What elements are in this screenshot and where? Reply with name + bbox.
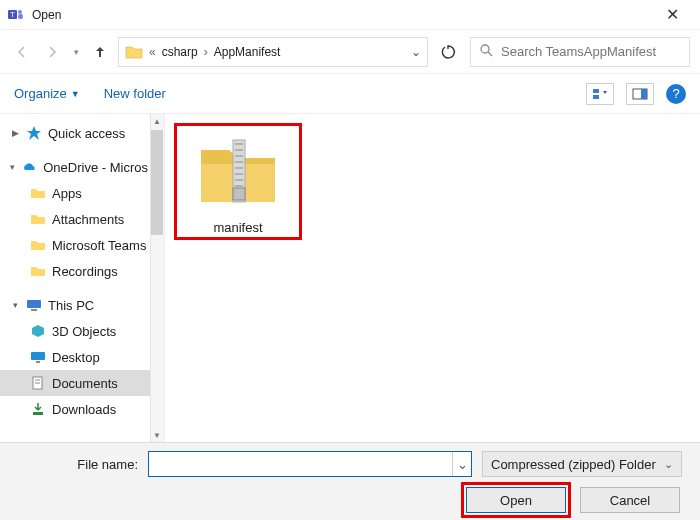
organize-menu[interactable]: Organize▼ [14, 86, 80, 101]
tree-item[interactable]: 3D Objects [0, 318, 164, 344]
tree-label: Downloads [52, 402, 116, 417]
filetype-label: Compressed (zipped) Folder [491, 457, 656, 472]
search-box[interactable] [470, 37, 690, 67]
close-button[interactable]: ✕ [652, 5, 692, 24]
up-button[interactable] [88, 40, 112, 64]
folder-icon [125, 43, 143, 61]
back-button[interactable] [10, 40, 34, 64]
zip-folder-icon [195, 128, 281, 214]
desktop-icon [30, 349, 46, 365]
folder-icon [30, 211, 46, 227]
breadcrumb-part[interactable]: csharp [162, 45, 198, 59]
chevron-down-icon: ▾ [10, 162, 15, 172]
svg-rect-18 [33, 412, 43, 415]
svg-rect-9 [641, 89, 647, 99]
svg-point-2 [18, 10, 22, 14]
documents-icon [30, 375, 46, 391]
tree-item-documents[interactable]: Documents [0, 370, 164, 396]
tree-item[interactable]: Desktop [0, 344, 164, 370]
address-dropdown[interactable]: ⌄ [411, 45, 421, 59]
tree-item[interactable]: Microsoft Teams [0, 232, 164, 258]
search-input[interactable] [499, 43, 681, 60]
scroll-down-button[interactable]: ▼ [150, 428, 164, 442]
preview-pane-button[interactable] [626, 83, 654, 105]
tree-item[interactable]: Recordings [0, 258, 164, 284]
files-pane[interactable]: manifest [165, 114, 700, 442]
svg-rect-11 [27, 300, 41, 308]
tree-label: OneDrive - Micros [43, 160, 148, 175]
tree-onedrive[interactable]: ▾ OneDrive - Micros [0, 154, 164, 180]
filename-history-dropdown[interactable]: ⌄ [452, 452, 471, 476]
tree-this-pc[interactable]: ▾ This PC [0, 292, 164, 318]
filename-combobox[interactable]: ⌄ [148, 451, 472, 477]
svg-marker-10 [27, 126, 41, 140]
svg-rect-29 [233, 188, 245, 200]
filetype-select[interactable]: Compressed (zipped) Folder ⌄ [482, 451, 682, 477]
open-button[interactable]: Open [466, 487, 566, 513]
svg-rect-3 [18, 14, 23, 19]
address-bar[interactable]: « csharp › AppManifest ⌄ [118, 37, 428, 67]
svg-point-4 [481, 45, 489, 53]
tree-label: Recordings [52, 264, 118, 279]
breadcrumb-part[interactable]: AppManifest [214, 45, 281, 59]
search-icon [479, 43, 493, 60]
breadcrumb-prefix: « [147, 45, 158, 59]
onedrive-icon [21, 159, 37, 175]
scroll-up-button[interactable]: ▲ [150, 114, 164, 128]
recent-dropdown[interactable]: ▾ [70, 40, 82, 64]
tree-label: Quick access [48, 126, 125, 141]
svg-rect-12 [31, 309, 37, 311]
forward-button[interactable] [40, 40, 64, 64]
new-folder-button[interactable]: New folder [104, 86, 166, 101]
tree-label: 3D Objects [52, 324, 116, 339]
tree-label: Apps [52, 186, 82, 201]
svg-rect-14 [36, 361, 40, 363]
quick-access-icon [26, 125, 42, 141]
tree-label: Documents [52, 376, 118, 391]
help-button[interactable]: ? [666, 84, 686, 104]
view-menu[interactable] [586, 83, 614, 105]
downloads-icon [30, 401, 46, 417]
folder-icon [30, 237, 46, 253]
teams-app-icon: T [8, 7, 24, 23]
folder-icon [30, 185, 46, 201]
filename-input[interactable] [149, 457, 452, 472]
tree-item[interactable]: Apps [0, 180, 164, 206]
chevron-down-icon: ▾ [10, 300, 20, 310]
svg-rect-7 [593, 95, 599, 99]
tree-label: Attachments [52, 212, 124, 227]
tree-label: Microsoft Teams [52, 238, 146, 253]
scrollbar-thumb[interactable] [151, 130, 163, 235]
svg-line-5 [488, 52, 492, 56]
chevron-right-icon: › [202, 45, 210, 59]
tree-label: This PC [48, 298, 94, 313]
folder-icon [30, 263, 46, 279]
filename-label: File name: [18, 457, 138, 472]
3d-objects-icon [30, 323, 46, 339]
svg-text:T: T [10, 10, 15, 19]
file-label: manifest [179, 220, 297, 235]
refresh-button[interactable] [434, 37, 464, 67]
thispc-icon [26, 297, 42, 313]
cancel-button[interactable]: Cancel [580, 487, 680, 513]
tree-quick-access[interactable]: ▶ Quick access [0, 120, 164, 146]
window-title: Open [32, 8, 652, 22]
tree-label: Desktop [52, 350, 100, 365]
chevron-right-icon: ▶ [10, 128, 20, 138]
tree-item[interactable]: Attachments [0, 206, 164, 232]
svg-rect-6 [593, 89, 599, 93]
svg-rect-13 [31, 352, 45, 360]
tree-item[interactable]: Downloads [0, 396, 164, 422]
file-item-manifest[interactable]: manifest [179, 128, 297, 235]
nav-tree: ▲ ▼ ▶ Quick access ▾ OneDrive - Micros A… [0, 114, 165, 442]
chevron-down-icon: ⌄ [664, 458, 673, 471]
